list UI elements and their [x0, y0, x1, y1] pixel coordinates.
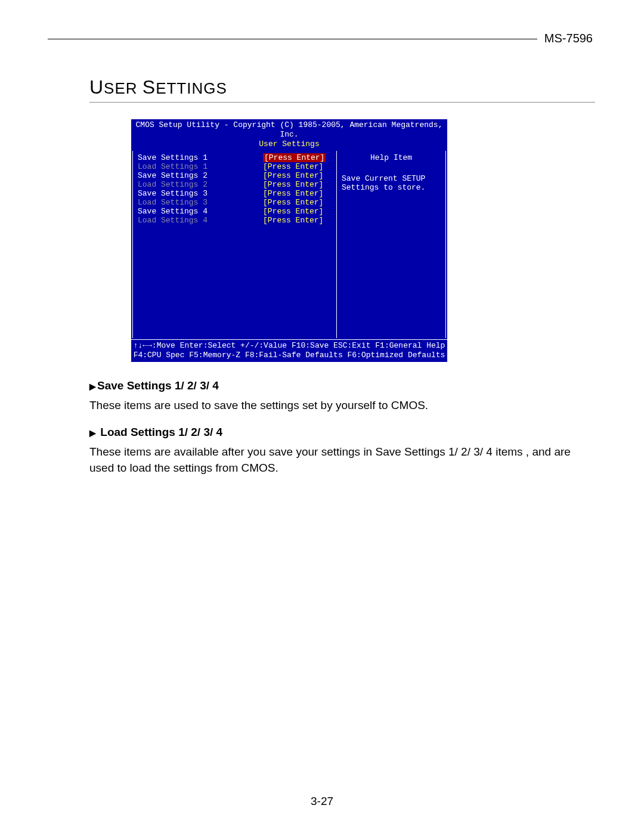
bios-menu-item[interactable]: Load Settings 2[Press Enter]: [133, 180, 336, 189]
desc-body: These items are available after you save…: [89, 444, 595, 476]
page-number: 3-27: [0, 795, 644, 808]
desc-heading: ▶ Load Settings 1/ 2/ 3/ 4: [89, 424, 595, 441]
bios-menu: Save Settings 1[Press Enter]Load Setting…: [132, 151, 337, 338]
bios-menu-item[interactable]: Save Settings 3[Press Enter]: [133, 189, 336, 198]
bios-item-label: Save Settings 4: [138, 207, 263, 216]
bios-item-label: Save Settings 3: [138, 189, 263, 198]
desc-heading-text: Save Settings 1/ 2/ 3/ 4: [97, 379, 219, 392]
bios-screenshot: CMOS Setup Utility - Copyright (C) 1985-…: [131, 119, 447, 362]
desc-heading: ▶Save Settings 1/ 2/ 3/ 4: [89, 377, 595, 395]
bios-item-value: [Press Enter]: [263, 180, 323, 189]
arrow-icon: ▶: [89, 382, 96, 391]
bios-menu-item[interactable]: Load Settings 4[Press Enter]: [133, 216, 336, 225]
section-rule: [89, 102, 595, 103]
section-title: USER SETTINGS: [89, 76, 595, 98]
bios-footer: ↑↓←→:Move Enter:Select +/-/:Value F10:Sa…: [131, 339, 447, 362]
model-number: MS-7596: [537, 32, 595, 45]
bios-item-label: Save Settings 1: [138, 153, 263, 162]
bios-item-value: [Press Enter]: [263, 153, 326, 162]
bios-footer-line1: ↑↓←→:Move Enter:Select +/-/:Value F10:Sa…: [131, 341, 447, 351]
bios-subtitle: User Settings: [134, 140, 445, 149]
bios-menu-item[interactable]: Save Settings 4[Press Enter]: [133, 207, 336, 216]
bios-menu-item[interactable]: Save Settings 2[Press Enter]: [133, 171, 336, 180]
bios-menu-item[interactable]: Load Settings 3[Press Enter]: [133, 198, 336, 207]
bios-help-pane: Help Item Save Current SETUP Settings to…: [337, 151, 446, 338]
arrow-icon: ▶: [89, 428, 96, 438]
bios-item-value: [Press Enter]: [263, 216, 323, 225]
bios-copyright: CMOS Setup Utility - Copyright (C) 1985-…: [134, 120, 445, 140]
description-block: ▶Save Settings 1/ 2/ 3/ 4These items are…: [89, 377, 595, 476]
bios-item-value: [Press Enter]: [263, 171, 323, 180]
bios-item-label: Load Settings 4: [138, 216, 263, 225]
page-frame: MS-7596 USER SETTINGS CMOS Setup Utility…: [48, 39, 595, 487]
desc-body: These items are used to save the setting…: [89, 397, 595, 413]
bios-menu-item[interactable]: Load Settings 1[Press Enter]: [133, 162, 336, 171]
bios-item-label: Save Settings 2: [138, 171, 263, 180]
bios-footer-line2: F4:CPU Spec F5:Memory-Z F8:Fail-Safe Def…: [131, 351, 447, 360]
bios-item-value: [Press Enter]: [263, 198, 323, 207]
bios-item-label: Load Settings 2: [138, 180, 263, 189]
bios-item-value: [Press Enter]: [263, 207, 323, 216]
desc-heading-text: Load Settings 1/ 2/ 3/ 4: [97, 426, 222, 438]
help-body: Save Current SETUP Settings to store.: [342, 174, 441, 192]
bios-item-value: [Press Enter]: [263, 162, 323, 171]
bios-menu-item[interactable]: Save Settings 1[Press Enter]: [133, 153, 336, 162]
bios-item-label: Load Settings 3: [138, 198, 263, 207]
bios-body: Save Settings 1[Press Enter]Load Setting…: [131, 150, 447, 339]
help-title: Help Item: [342, 153, 441, 162]
bios-item-label: Load Settings 1: [138, 162, 263, 171]
bios-item-value: [Press Enter]: [263, 189, 323, 198]
bios-header: CMOS Setup Utility - Copyright (C) 1985-…: [131, 119, 447, 150]
